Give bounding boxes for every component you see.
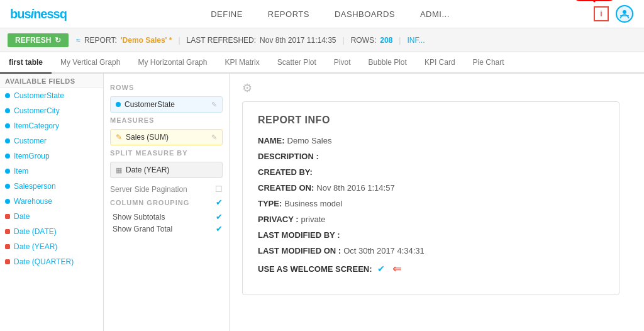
toolbar: REFRESH ↻ ≈ REPORT: 'Demo Sales' * | LAS… xyxy=(0,28,644,52)
rows-section-title: ROWS xyxy=(110,84,223,91)
sidebar-item-date-quarter[interactable]: Date (QUARTER) xyxy=(0,254,103,269)
split-field-chip[interactable]: ▦ Date (YEAR) xyxy=(110,162,223,178)
tab-kpi-matrix[interactable]: KPI Matrix xyxy=(216,52,268,74)
edit-icon[interactable]: ✎ xyxy=(211,101,217,109)
sidebar-item-itemcategory[interactable]: ItemCategory xyxy=(0,118,103,133)
arrow-icon: ⇐ xyxy=(392,262,402,276)
available-fields-title: AVAILABLE FIELDS xyxy=(0,74,103,88)
logo-text: businessq xyxy=(10,7,67,21)
info-icon-container: Info icon i xyxy=(594,6,609,21)
info-row-welcome-screen: USE AS WELCOME SCREEN: ✔ ⇐ xyxy=(258,262,604,276)
date-dot-icon xyxy=(5,259,10,264)
nav-links: DEFINE REPORTS DASHBOARDS ADMI... xyxy=(92,9,569,19)
info-icon-button[interactable]: i xyxy=(594,6,609,21)
rows-field-chip[interactable]: CustomerState ✎ xyxy=(110,96,223,113)
tab-scatter-plot[interactable]: Scatter Plot xyxy=(269,52,325,74)
dot-icon xyxy=(5,93,10,98)
sidebar-item-date-year[interactable]: Date (YEAR) xyxy=(0,239,103,254)
col-grouping-title: COLUMN GROUPING xyxy=(110,199,189,206)
sidebar-item-warehouse[interactable]: Warehouse xyxy=(0,194,103,209)
info-row-type: TYPE: Business model xyxy=(258,199,604,208)
svg-point-1 xyxy=(623,10,626,14)
info-row-last-modified-by: LAST MODIFIED BY : xyxy=(258,230,604,240)
date-dot-icon xyxy=(5,244,10,249)
info-link[interactable]: INF... xyxy=(407,36,425,45)
split-section-title: SPLIT MEASURE BY xyxy=(110,149,223,157)
logo: businessq xyxy=(10,7,67,21)
tab-pie-chart[interactable]: Pie Chart xyxy=(464,52,513,74)
edit-icon[interactable]: ✎ xyxy=(211,133,217,142)
info-row-created-on: CREATED ON: Nov 8th 2016 1:14:57 xyxy=(258,183,604,193)
sidebar-item-date[interactable]: Date xyxy=(0,209,103,224)
tab-vertical-graph[interactable]: My Vertical Graph xyxy=(52,52,129,74)
sidebar-item-salesperson[interactable]: Salesperson xyxy=(0,179,103,194)
sidebar-item-customercity[interactable]: CustomerCity xyxy=(0,103,103,118)
measures-section-title: MEASURES xyxy=(110,116,223,124)
dot-icon xyxy=(5,169,10,174)
show-subtotals-option: Show Subtotals ✔ xyxy=(110,211,223,223)
info-row-created-by: CREATED BY: xyxy=(258,167,604,177)
report-prefix: REPORT: xyxy=(84,36,117,45)
date-dot-icon xyxy=(5,229,10,234)
created-on-value: Nov 8th 2016 1:14:57 xyxy=(316,183,394,193)
report-icon: ≈ xyxy=(76,36,80,45)
sidebar-item-item[interactable]: Item xyxy=(0,164,103,179)
last-refreshed-label: LAST REFRESHED: xyxy=(187,36,256,45)
created-by-label: CREATED BY: xyxy=(258,167,313,177)
server-pagination-checkbox[interactable]: ☐ xyxy=(215,184,223,194)
info-row-name: NAME: Demo Sales xyxy=(258,136,604,145)
dot-icon xyxy=(5,154,10,159)
tab-bubble-plot[interactable]: Bubble Plot xyxy=(360,52,416,74)
center-panel: ROWS CustomerState ✎ MEASURES ✎ Sales (S… xyxy=(104,74,230,331)
gear-icon[interactable]: ⚙ xyxy=(242,81,631,95)
subtotals-check[interactable]: ✔ xyxy=(216,212,223,222)
tab-kpi-card[interactable]: KPI Card xyxy=(416,52,464,74)
last-modified-by-label: LAST MODIFIED BY : xyxy=(258,230,340,240)
info-row-description: DESCRIPTION : xyxy=(258,152,604,161)
sidebar-item-itemgroup[interactable]: ItemGroup xyxy=(0,149,103,164)
main-area: AVAILABLE FIELDS CustomerState CustomerC… xyxy=(0,74,644,331)
name-value: Demo Sales xyxy=(287,136,332,145)
info-row-privacy: PRIVACY : private xyxy=(258,215,604,224)
column-grouping-check[interactable]: ✔ xyxy=(216,198,223,207)
date-dot-icon xyxy=(5,214,10,219)
report-name: 'Demo Sales' * xyxy=(121,36,172,45)
info-icon-label: Info icon xyxy=(574,0,615,1)
refresh-icon: ↻ xyxy=(55,36,61,45)
nav-dashboards[interactable]: DASHBOARDS xyxy=(335,9,395,19)
toolbar-info: ≈ REPORT: 'Demo Sales' * | LAST REFRESHE… xyxy=(76,36,425,45)
nav-right: Info icon i xyxy=(594,4,634,23)
measures-field-chip[interactable]: ✎ Sales (SUM) ✎ xyxy=(110,129,223,145)
tab-first-table[interactable]: first table xyxy=(0,52,52,74)
sidebar: AVAILABLE FIELDS CustomerState CustomerC… xyxy=(0,74,104,331)
split-field-left: ▦ Date (YEAR) xyxy=(116,166,169,174)
nav-reports[interactable]: REPORTS xyxy=(268,9,309,19)
last-refreshed-value: Nov 8th 2017 11:14:35 xyxy=(260,36,336,45)
nav-admin[interactable]: ADMI... xyxy=(420,9,450,19)
name-label: NAME: xyxy=(258,136,285,145)
nav-define[interactable]: DEFINE xyxy=(211,9,243,19)
measures-field-left: ✎ Sales (SUM) xyxy=(116,133,169,142)
sidebar-item-customer[interactable]: Customer xyxy=(0,133,103,149)
created-on-label: CREATED ON: xyxy=(258,183,314,193)
sidebar-item-date-date[interactable]: Date (DATE) xyxy=(0,224,103,239)
privacy-label: PRIVACY : xyxy=(258,215,299,224)
measure-icon: ✎ xyxy=(116,133,122,142)
column-grouping-header: COLUMN GROUPING ✔ xyxy=(110,198,223,207)
tab-pivot[interactable]: Pivot xyxy=(325,52,360,74)
welcome-screen-check[interactable]: ✔ xyxy=(377,264,385,274)
refresh-button[interactable]: REFRESH ↻ xyxy=(8,33,69,47)
welcome-screen-label: USE AS WELCOME SCREEN: xyxy=(258,264,372,274)
dot-icon xyxy=(5,184,10,189)
sidebar-item-customerstate[interactable]: CustomerState xyxy=(0,88,103,103)
right-panel: ⚙ REPORT INFO NAME: Demo Sales DESCRIPTI… xyxy=(230,74,644,331)
rows-count: 208 xyxy=(380,36,392,45)
dot-icon xyxy=(5,138,10,143)
server-pagination: Server Side Pagination ☐ xyxy=(110,184,223,194)
description-label: DESCRIPTION : xyxy=(258,152,319,161)
report-info-title: REPORT INFO xyxy=(258,115,604,126)
grand-total-check[interactable]: ✔ xyxy=(216,224,223,233)
last-modified-on-value: Oct 30th 2017 4:34:31 xyxy=(343,246,425,255)
type-value: Business model xyxy=(284,199,342,208)
tab-horizontal-graph[interactable]: My Horizontal Graph xyxy=(129,52,216,74)
